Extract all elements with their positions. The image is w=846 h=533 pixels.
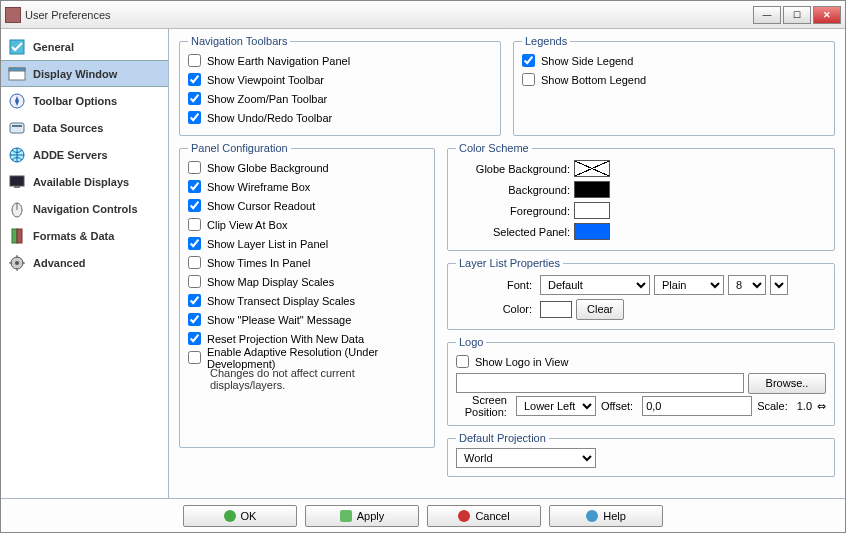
panel-config-label-6[interactable]: Show Map Display Scales (207, 276, 334, 288)
show-logo-label[interactable]: Show Logo in View (475, 356, 568, 368)
svg-rect-12 (12, 229, 17, 243)
layer-color-swatch[interactable] (540, 301, 572, 318)
help-button[interactable]: Help (549, 505, 663, 527)
legend-label-0[interactable]: Show Side Legend (541, 55, 633, 67)
panel-config-label-0[interactable]: Show Globe Background (207, 162, 329, 174)
font-family-select[interactable]: Default (540, 275, 650, 295)
panel-config-label-4[interactable]: Show Layer List in Panel (207, 238, 328, 250)
panel-config-checkbox-6[interactable] (188, 275, 201, 288)
panel-config-label-8[interactable]: Show "Please Wait" Message (207, 314, 351, 326)
sidebar-item-label: Data Sources (33, 122, 103, 134)
screen-pos-select[interactable]: Lower Left (516, 396, 596, 416)
svg-rect-9 (14, 186, 20, 188)
foreground-swatch[interactable] (574, 202, 610, 219)
svg-rect-13 (17, 229, 22, 243)
sidebar-item-label: Navigation Controls (33, 203, 138, 215)
nav-toolbar-checkbox-3[interactable] (188, 111, 201, 124)
formats-icon (7, 226, 27, 246)
color-scheme-group: Color Scheme Globe Background: Backgroun… (447, 142, 835, 251)
scale-value: 1.0 (797, 400, 812, 412)
panel-config-checkbox-1[interactable] (188, 180, 201, 193)
panel-config-checkbox-0[interactable] (188, 161, 201, 174)
panel-config-checkbox-4[interactable] (188, 237, 201, 250)
group-legend: Layer List Properties (456, 257, 563, 269)
offset-input[interactable] (642, 396, 752, 416)
panel-config-checkbox-2[interactable] (188, 199, 201, 212)
svg-rect-2 (9, 68, 25, 71)
logo-path-input[interactable] (456, 373, 744, 393)
sidebar-item-formats-data[interactable]: Formats & Data (1, 222, 168, 249)
group-legend: Panel Configuration (188, 142, 291, 154)
color-label: Selected Panel: (456, 226, 574, 238)
legend-checkbox-1[interactable] (522, 73, 535, 86)
panel-config-checkbox-10[interactable] (188, 351, 201, 364)
color-label: Globe Background: (456, 163, 574, 175)
globe-bg-swatch[interactable] (574, 160, 610, 177)
apply-button[interactable]: Apply (305, 505, 419, 527)
panel-config-label-9[interactable]: Reset Projection With New Data (207, 333, 364, 345)
displays-icon (7, 172, 27, 192)
display-window-icon (7, 64, 27, 84)
sidebar-item-label: ADDE Servers (33, 149, 108, 161)
window-title: User Preferences (25, 9, 753, 21)
browse-button[interactable]: Browse.. (748, 373, 826, 394)
panel-config-label-10[interactable]: Enable Adaptive Resolution (Under Develo… (207, 346, 426, 370)
group-legend: Color Scheme (456, 142, 532, 154)
sidebar-item-available-displays[interactable]: Available Displays (1, 168, 168, 195)
sidebar-item-toolbar-options[interactable]: Toolbar Options (1, 87, 168, 114)
nav-toolbar-label-3[interactable]: Show Undo/Redo Toolbar (207, 112, 332, 124)
nav-toolbar-label-1[interactable]: Show Viewpoint Toolbar (207, 74, 324, 86)
scale-slider-icon[interactable]: ⇔ (817, 400, 826, 413)
minimize-button[interactable]: — (753, 6, 781, 24)
font-size-select[interactable]: 8 (728, 275, 766, 295)
font-extra-select[interactable] (770, 275, 788, 295)
close-button[interactable]: ✕ (813, 6, 841, 24)
ok-button[interactable]: OK (183, 505, 297, 527)
panel-config-checkbox-7[interactable] (188, 294, 201, 307)
panel-config-checkbox-3[interactable] (188, 218, 201, 231)
font-style-select[interactable]: Plain (654, 275, 724, 295)
data-sources-icon (7, 118, 27, 138)
titlebar: User Preferences — ☐ ✕ (1, 1, 845, 29)
legends-group: Legends Show Side LegendShow Bottom Lege… (513, 35, 835, 136)
panel-config-label-1[interactable]: Show Wireframe Box (207, 181, 310, 193)
clear-color-button[interactable]: Clear (576, 299, 624, 320)
nav-toolbar-label-2[interactable]: Show Zoom/Pan Toolbar (207, 93, 327, 105)
panel-config-checkbox-5[interactable] (188, 256, 201, 269)
sidebar-item-adde-servers[interactable]: ADDE Servers (1, 141, 168, 168)
background-swatch[interactable] (574, 181, 610, 198)
default-projection-select[interactable]: World (456, 448, 596, 468)
selected-panel-swatch[interactable] (574, 223, 610, 240)
nav-toolbar-label-0[interactable]: Show Earth Navigation Panel (207, 55, 350, 67)
sidebar-item-display-window[interactable]: Display Window (1, 60, 168, 87)
color-label: Background: (456, 184, 574, 196)
legend-label-1[interactable]: Show Bottom Legend (541, 74, 646, 86)
panel-config-group: Panel Configuration Show Globe Backgroun… (179, 142, 435, 448)
sidebar-item-data-sources[interactable]: Data Sources (1, 114, 168, 141)
adde-icon (7, 145, 27, 165)
panel-config-label-3[interactable]: Clip View At Box (207, 219, 288, 231)
panel-config-label-5[interactable]: Show Times In Panel (207, 257, 310, 269)
ok-icon (224, 510, 236, 522)
show-logo-checkbox[interactable] (456, 355, 469, 368)
panel-config-label-2[interactable]: Show Cursor Readout (207, 200, 315, 212)
nav-toolbar-checkbox-2[interactable] (188, 92, 201, 105)
color-label: Color: (456, 303, 536, 315)
panel-config-checkbox-8[interactable] (188, 313, 201, 326)
sidebar-item-label: Toolbar Options (33, 95, 117, 107)
legend-checkbox-0[interactable] (522, 54, 535, 67)
cancel-button[interactable]: Cancel (427, 505, 541, 527)
panel-config-checkbox-9[interactable] (188, 332, 201, 345)
scale-label: Scale: (757, 400, 792, 412)
panel-config-label-7[interactable]: Show Transect Display Scales (207, 295, 355, 307)
nav-toolbar-checkbox-1[interactable] (188, 73, 201, 86)
toolbar-icon (7, 91, 27, 111)
sidebar: General Display Window Toolbar Options D… (1, 29, 169, 498)
sidebar-item-general[interactable]: General (1, 33, 168, 60)
group-legend: Navigation Toolbars (188, 35, 290, 47)
help-icon (586, 510, 598, 522)
maximize-button[interactable]: ☐ (783, 6, 811, 24)
nav-toolbar-checkbox-0[interactable] (188, 54, 201, 67)
sidebar-item-navigation-controls[interactable]: Navigation Controls (1, 195, 168, 222)
sidebar-item-advanced[interactable]: Advanced (1, 249, 168, 276)
